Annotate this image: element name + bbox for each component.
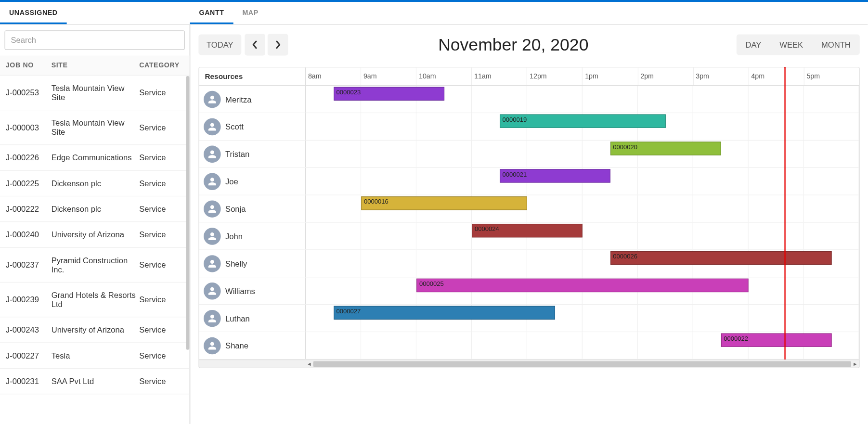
- grid-cell: [527, 141, 583, 167]
- cell-job-no: J-000239: [6, 295, 48, 304]
- tab-map[interactable]: MAP: [233, 2, 267, 24]
- gantt-bar[interactable]: 0000024: [472, 224, 583, 237]
- gantt-bar[interactable]: 0000026: [610, 251, 831, 265]
- tab-gantt[interactable]: GANTT: [190, 2, 233, 24]
- gantt-bar[interactable]: 0000020: [610, 141, 721, 155]
- grid-cell: [693, 86, 749, 113]
- time-body: 0000020: [306, 141, 859, 167]
- tab-unassigned[interactable]: UNASSIGNED: [0, 2, 67, 24]
- cell-category: Service: [139, 88, 183, 97]
- grid-cell: [638, 305, 693, 332]
- gantt-row: Shelly0000026: [199, 250, 859, 277]
- gantt-bar[interactable]: 0000027: [334, 306, 555, 320]
- gantt-header: Resources 8am9am10am11am12pm1pm2pm3pm4pm…: [199, 67, 859, 86]
- grid-cell: [361, 113, 416, 140]
- resource-cell[interactable]: Meritza: [199, 86, 306, 113]
- today-button[interactable]: TODAY: [198, 35, 241, 55]
- gantt-bar[interactable]: 0000021: [499, 169, 610, 182]
- avatar: [204, 228, 221, 245]
- resource-cell[interactable]: John: [199, 223, 306, 250]
- time-body: 0000016: [306, 195, 859, 222]
- grid-cell: [306, 277, 361, 304]
- grid-cell: [693, 223, 749, 250]
- resource-cell[interactable]: Tristan: [199, 141, 306, 167]
- header-site[interactable]: SITE: [48, 61, 140, 69]
- grid-cell: [361, 332, 416, 359]
- resource-cell[interactable]: Williams: [199, 277, 306, 304]
- job-list: J-000253Tesla Mountain View SiteServiceJ…: [0, 76, 189, 424]
- search-input[interactable]: [4, 30, 184, 50]
- avatar: [204, 200, 221, 218]
- cell-site: Tesla Mountain View Site: [48, 83, 140, 102]
- grid-cell: [527, 332, 583, 359]
- time-body: 0000022: [306, 332, 859, 359]
- time-header-cell: 3pm: [694, 67, 749, 85]
- table-row[interactable]: J-000237Pyramid Construction Inc.Service: [0, 248, 189, 283]
- grid-cell: [361, 168, 416, 195]
- header-category[interactable]: CATEGORY: [139, 61, 183, 69]
- cell-site: Tesla Mountain View Site: [48, 118, 140, 137]
- gantt-bar[interactable]: 0000022: [721, 333, 831, 347]
- cell-category: Service: [139, 295, 183, 304]
- prev-button[interactable]: [245, 34, 265, 55]
- next-button[interactable]: [268, 34, 288, 55]
- grid-cell: [583, 86, 638, 113]
- grid-cell: [527, 250, 583, 277]
- gantt-row: Luthan0000027: [199, 305, 859, 332]
- grid-cell: [638, 332, 693, 359]
- table-row[interactable]: J-000226Edge CommunicationsService: [0, 145, 189, 170]
- gantt-bar[interactable]: 0000019: [499, 114, 665, 128]
- table-row[interactable]: J-000243University of ArizonaService: [0, 317, 189, 343]
- table-row[interactable]: J-000222Dickenson plcService: [0, 196, 189, 222]
- content: TODAY November 20, 2020 DAY WEEK MONTH R…: [190, 25, 868, 424]
- table-row[interactable]: J-000231SAA Pvt LtdService: [0, 369, 189, 394]
- gantt-bar[interactable]: 0000025: [416, 279, 749, 292]
- gantt-bar[interactable]: 0000023: [334, 87, 444, 101]
- sidebar-scrollbar[interactable]: [186, 76, 189, 350]
- resource-cell[interactable]: Shane: [199, 332, 306, 359]
- view-week-button[interactable]: WEEK: [770, 35, 812, 55]
- time-header-cell: 8am: [306, 67, 361, 85]
- grid-cell: [804, 168, 859, 195]
- table-row[interactable]: J-000253Tesla Mountain View SiteService: [0, 76, 189, 110]
- scroll-right-icon[interactable]: ►: [851, 360, 859, 368]
- cell-category: Service: [139, 179, 183, 188]
- view-day-button[interactable]: DAY: [736, 35, 770, 55]
- scroll-thumb[interactable]: [313, 361, 851, 367]
- gantt-bar[interactable]: 0000016: [361, 196, 527, 210]
- table-row[interactable]: J-000225Dickenson plcService: [0, 171, 189, 196]
- resource-cell[interactable]: Sonja: [199, 195, 306, 222]
- grid-cell: [472, 332, 527, 359]
- cell-job-no: J-000222: [6, 205, 48, 214]
- scroll-left-icon[interactable]: ◄: [305, 360, 313, 368]
- resource-cell[interactable]: Luthan: [199, 305, 306, 332]
- horizontal-scrollbar[interactable]: ◄ ►: [199, 360, 859, 368]
- table-row[interactable]: J-000239Grand Hotels & Resorts LtdServic…: [0, 283, 189, 317]
- time-body: 0000027: [306, 305, 859, 332]
- gantt-row: Scott0000019: [199, 113, 859, 141]
- cell-category: Service: [139, 260, 183, 270]
- cell-job-no: J-000227: [6, 351, 48, 360]
- header-job-no[interactable]: JOB NO: [6, 61, 48, 69]
- gantt-row: Tristan0000020: [199, 141, 859, 168]
- resource-cell[interactable]: Scott: [199, 113, 306, 140]
- gantt-body: Meritza0000023Scott0000019Tristan0000020…: [199, 86, 859, 360]
- grid-cell: [306, 141, 361, 167]
- table-row[interactable]: J-000003Tesla Mountain View SiteService: [0, 110, 189, 145]
- view-month-button[interactable]: MONTH: [812, 35, 860, 55]
- cell-job-no: J-000003: [6, 123, 48, 132]
- grid-cell: [361, 141, 416, 167]
- search-wrap: [0, 25, 189, 55]
- cell-site: University of Arizona: [48, 325, 140, 334]
- table-row[interactable]: J-000227TeslaService: [0, 343, 189, 369]
- cell-site: Dickenson plc: [48, 205, 140, 214]
- gantt-row: John0000024: [199, 223, 859, 250]
- grid-cell: [306, 250, 361, 277]
- resource-cell[interactable]: Shelly: [199, 250, 306, 277]
- gantt: Resources 8am9am10am11am12pm1pm2pm3pm4pm…: [198, 67, 859, 368]
- resource-cell[interactable]: Joe: [199, 168, 306, 195]
- grid-cell: [749, 113, 804, 140]
- grid-cell: [693, 113, 749, 140]
- time-header-cell: 2pm: [638, 67, 693, 85]
- table-row[interactable]: J-000240University of ArizonaService: [0, 222, 189, 247]
